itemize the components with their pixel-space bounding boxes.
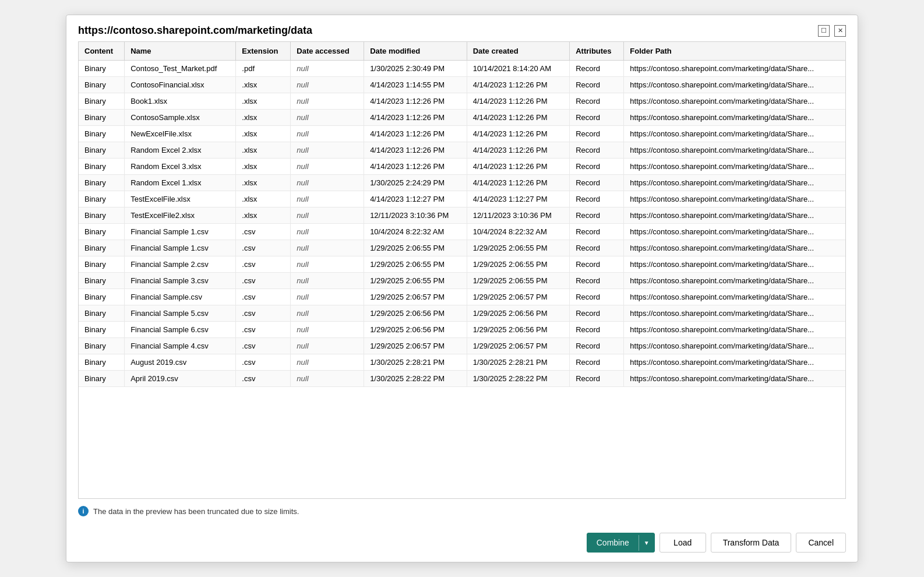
table-row: BinaryFinancial Sample 1.csv.csvnull1/29… bbox=[79, 240, 845, 256]
table-cell: Record bbox=[570, 305, 624, 322]
col-header-date-accessed: Date accessed bbox=[291, 42, 364, 61]
table-row: BinaryTestExcelFile2.xlsx.xlsxnull12/11/… bbox=[79, 207, 845, 224]
table-cell: https://contoso.sharepoint.com/marketing… bbox=[624, 142, 845, 159]
table-cell: 10/14/2021 8:14:20 AM bbox=[467, 61, 570, 77]
table-row: BinaryFinancial Sample 2.csv.csvnull1/29… bbox=[79, 256, 845, 273]
table-cell: .xlsx bbox=[236, 142, 291, 159]
table-cell: ContosoSample.xlsx bbox=[125, 110, 236, 126]
table-header-row: Content Name Extension Date accessed Dat… bbox=[79, 42, 845, 61]
table-cell: Record bbox=[570, 371, 624, 387]
table-cell: Binary bbox=[79, 142, 125, 159]
table-cell: 1/29/2025 2:06:55 PM bbox=[364, 240, 467, 256]
table-cell: null bbox=[291, 273, 364, 289]
info-bar: i The data in the preview has been trunc… bbox=[66, 499, 858, 523]
table-row: BinaryRandom Excel 3.xlsx.xlsxnull4/14/2… bbox=[79, 159, 845, 175]
table-cell: 4/14/2023 1:12:26 PM bbox=[364, 142, 467, 159]
close-button[interactable]: ✕ bbox=[834, 25, 846, 37]
table-cell: 1/29/2025 2:06:55 PM bbox=[467, 273, 570, 289]
table-row: BinaryTestExcelFile.xlsx.xlsxnull4/14/20… bbox=[79, 191, 845, 207]
table-cell: https://contoso.sharepoint.com/marketing… bbox=[624, 256, 845, 273]
table-cell: null bbox=[291, 110, 364, 126]
table-cell: https://contoso.sharepoint.com/marketing… bbox=[624, 61, 845, 77]
combine-button[interactable]: Combine ▼ bbox=[587, 533, 655, 553]
table-cell: Contoso_Test_Market.pdf bbox=[125, 61, 236, 77]
table-cell: 1/29/2025 2:06:57 PM bbox=[364, 338, 467, 354]
table-cell: Record bbox=[570, 207, 624, 224]
table-cell: 1/29/2025 2:06:57 PM bbox=[467, 289, 570, 305]
dialog: https://contoso.sharepoint.com/marketing… bbox=[66, 15, 858, 562]
table-row: BinaryFinancial Sample 1.csv.csvnull10/4… bbox=[79, 224, 845, 240]
data-table-container: Content Name Extension Date accessed Dat… bbox=[78, 41, 846, 499]
table-cell: null bbox=[291, 240, 364, 256]
transform-data-button[interactable]: Transform Data bbox=[711, 533, 792, 553]
table-row: BinaryContosoSample.xlsx.xlsxnull4/14/20… bbox=[79, 110, 845, 126]
table-cell: 1/29/2025 2:06:57 PM bbox=[364, 289, 467, 305]
table-cell: 1/30/2025 2:28:22 PM bbox=[467, 371, 570, 387]
table-cell: 1/30/2025 2:24:29 PM bbox=[364, 175, 467, 191]
table-cell: null bbox=[291, 126, 364, 142]
table-cell: August 2019.csv bbox=[125, 354, 236, 371]
table-cell: null bbox=[291, 61, 364, 77]
col-header-attributes: Attributes bbox=[570, 42, 624, 61]
table-cell: .xlsx bbox=[236, 77, 291, 93]
table-cell: Record bbox=[570, 175, 624, 191]
data-table: Content Name Extension Date accessed Dat… bbox=[79, 42, 845, 387]
table-cell: .csv bbox=[236, 305, 291, 322]
table-cell: null bbox=[291, 322, 364, 338]
table-cell: Binary bbox=[79, 191, 125, 207]
table-cell: Record bbox=[570, 256, 624, 273]
maximize-button[interactable]: ☐ bbox=[818, 25, 830, 37]
combine-button-label: Combine bbox=[587, 533, 639, 552]
table-cell: 1/29/2025 2:06:55 PM bbox=[467, 256, 570, 273]
table-cell: Binary bbox=[79, 110, 125, 126]
table-cell: 4/14/2023 1:12:26 PM bbox=[467, 110, 570, 126]
table-cell: https://contoso.sharepoint.com/marketing… bbox=[624, 273, 845, 289]
table-cell: .csv bbox=[236, 354, 291, 371]
table-cell: .xlsx bbox=[236, 110, 291, 126]
info-message: The data in the preview has been truncat… bbox=[93, 507, 299, 516]
table-row: BinaryFinancial Sample 4.csv.csvnull1/29… bbox=[79, 338, 845, 354]
table-cell: 4/14/2023 1:12:26 PM bbox=[364, 93, 467, 110]
table-cell: Binary bbox=[79, 93, 125, 110]
table-cell: Binary bbox=[79, 207, 125, 224]
load-button[interactable]: Load bbox=[660, 533, 706, 553]
table-cell: Random Excel 2.xlsx bbox=[125, 142, 236, 159]
table-cell: 4/14/2023 1:12:26 PM bbox=[467, 142, 570, 159]
table-cell: Binary bbox=[79, 126, 125, 142]
table-cell: .xlsx bbox=[236, 93, 291, 110]
cancel-button[interactable]: Cancel bbox=[796, 533, 846, 553]
table-cell: April 2019.csv bbox=[125, 371, 236, 387]
table-cell: Financial Sample 4.csv bbox=[125, 338, 236, 354]
table-cell: 4/14/2023 1:12:26 PM bbox=[364, 110, 467, 126]
table-cell: Binary bbox=[79, 273, 125, 289]
window-controls: ☐ ✕ bbox=[818, 25, 846, 37]
table-cell: Binary bbox=[79, 256, 125, 273]
table-cell: Record bbox=[570, 338, 624, 354]
table-cell: https://contoso.sharepoint.com/marketing… bbox=[624, 305, 845, 322]
table-cell: null bbox=[291, 159, 364, 175]
table-cell: 1/29/2025 2:06:55 PM bbox=[364, 273, 467, 289]
table-cell: .csv bbox=[236, 289, 291, 305]
table-row: BinaryFinancial Sample.csv.csvnull1/29/2… bbox=[79, 289, 845, 305]
table-cell: Record bbox=[570, 159, 624, 175]
col-header-date-created: Date created bbox=[467, 42, 570, 61]
table-cell: 1/29/2025 2:06:56 PM bbox=[364, 322, 467, 338]
table-cell: .xlsx bbox=[236, 126, 291, 142]
table-row: BinaryFinancial Sample 3.csv.csvnull1/29… bbox=[79, 273, 845, 289]
table-row: BinaryBook1.xlsx.xlsxnull4/14/2023 1:12:… bbox=[79, 93, 845, 110]
table-cell: .csv bbox=[236, 256, 291, 273]
col-header-folder-path: Folder Path bbox=[624, 42, 845, 61]
table-cell: 1/29/2025 2:06:56 PM bbox=[467, 305, 570, 322]
table-cell: Financial Sample 1.csv bbox=[125, 224, 236, 240]
table-cell: null bbox=[291, 142, 364, 159]
table-cell: https://contoso.sharepoint.com/marketing… bbox=[624, 77, 845, 93]
table-cell: 1/29/2025 2:06:55 PM bbox=[467, 240, 570, 256]
table-cell: 1/30/2025 2:28:22 PM bbox=[364, 371, 467, 387]
combine-dropdown-arrow[interactable]: ▼ bbox=[639, 535, 654, 551]
table-cell: Financial Sample 5.csv bbox=[125, 305, 236, 322]
table-cell: Financial Sample 3.csv bbox=[125, 273, 236, 289]
table-cell: 4/14/2023 1:12:26 PM bbox=[467, 93, 570, 110]
table-cell: TestExcelFile2.xlsx bbox=[125, 207, 236, 224]
table-cell: .csv bbox=[236, 224, 291, 240]
table-cell: null bbox=[291, 77, 364, 93]
